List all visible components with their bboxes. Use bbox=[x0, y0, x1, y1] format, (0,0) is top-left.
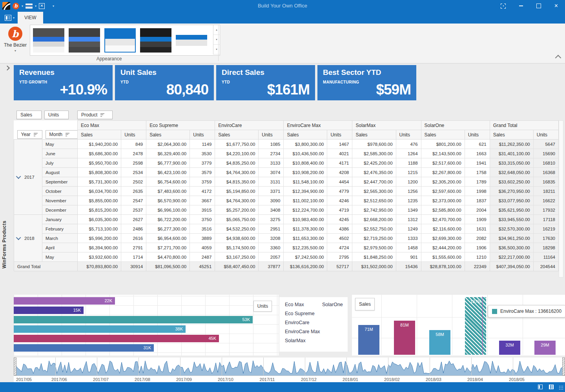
value-cell[interactable]: 1256 bbox=[396, 187, 421, 196]
measure-button-sales[interactable]: Sales bbox=[16, 111, 42, 119]
sub-header[interactable]: Sales bbox=[490, 130, 533, 140]
month-cell[interactable]: October bbox=[42, 187, 78, 196]
sub-header[interactable]: Sales bbox=[352, 130, 396, 140]
value-cell[interactable]: $11,548,100.00 bbox=[284, 177, 327, 187]
value-cell[interactable]: 4724 bbox=[327, 243, 352, 252]
kpi-card-unit-sales[interactable]: Unit Sales YTD 80,840 bbox=[115, 65, 214, 100]
value-cell[interactable]: $5,808,300.00 bbox=[78, 168, 121, 177]
value-cell[interactable]: 621 bbox=[465, 140, 490, 149]
sales-bar-solarone[interactable]: 29M bbox=[534, 341, 556, 355]
value-cell[interactable]: $5,065,750.00 bbox=[215, 215, 259, 224]
value-cell[interactable]: 3667 bbox=[190, 196, 215, 205]
value-cell[interactable]: $1,677,750.00 bbox=[215, 140, 259, 149]
total-value-cell[interactable]: 37877 bbox=[259, 262, 284, 271]
value-cell[interactable]: $2,668,200.00 bbox=[352, 215, 396, 224]
value-cell[interactable]: $4,764,300.00 bbox=[215, 168, 259, 177]
value-cell[interactable]: $4,220,100.00 bbox=[215, 149, 259, 158]
value-cell[interactable]: 18298 bbox=[533, 243, 558, 252]
total-value-cell[interactable]: $136,616,200.00 bbox=[284, 262, 327, 271]
value-cell[interactable]: 1215 bbox=[396, 168, 421, 177]
dock-tab-winforms-products[interactable]: WinForms Products bbox=[2, 198, 7, 269]
sub-header[interactable]: Sales bbox=[421, 130, 465, 140]
sub-header[interactable]: Units bbox=[121, 130, 146, 140]
total-value-cell[interactable]: $407,394,050.00 bbox=[490, 262, 533, 271]
value-cell[interactable]: 17118 bbox=[533, 215, 558, 224]
value-cell[interactable]: 1349 bbox=[396, 205, 421, 215]
value-cell[interactable]: $2,517,600.00 bbox=[421, 158, 465, 168]
value-cell[interactable]: $2,064,300.00 bbox=[146, 140, 190, 149]
value-cell[interactable]: 2057 bbox=[259, 252, 284, 262]
value-cell[interactable]: $2,565,300.00 bbox=[352, 187, 396, 196]
sub-header[interactable]: Units bbox=[465, 130, 490, 140]
close-button[interactable]: × bbox=[547, 0, 565, 12]
units-bar-envirocare[interactable]: 38K bbox=[14, 325, 186, 333]
value-cell[interactable]: $2,305,200.00 bbox=[421, 177, 465, 187]
window-style-icon[interactable] bbox=[26, 4, 33, 9]
page-layout-button[interactable]: ▾ bbox=[5, 15, 15, 21]
column-group-header[interactable]: Eco Max bbox=[78, 121, 146, 130]
sub-header[interactable]: Units bbox=[533, 130, 558, 140]
value-cell[interactable]: $5,194,850.00 bbox=[215, 187, 259, 196]
year-cell[interactable]: 2017 bbox=[14, 140, 42, 215]
value-cell[interactable]: 3915 bbox=[190, 205, 215, 215]
value-cell[interactable]: $6,034,700.00 bbox=[78, 187, 121, 196]
value-cell[interactable]: $33,077,950.00 bbox=[490, 196, 533, 205]
value-cell[interactable]: $4,938,600.00 bbox=[215, 234, 259, 243]
value-cell[interactable]: $6,754,600.00 bbox=[146, 177, 190, 187]
value-cell[interactable]: 2635 bbox=[121, 187, 146, 196]
range-handle-left[interactable] bbox=[14, 358, 16, 376]
sales-bar-eco-max[interactable]: 71M bbox=[358, 325, 379, 355]
value-cell[interactable]: 476 bbox=[396, 140, 421, 149]
value-cell[interactable]: $5,815,200.00 bbox=[78, 205, 121, 215]
value-cell[interactable]: 4059 bbox=[190, 243, 215, 252]
total-value-cell[interactable]: 30914 bbox=[121, 262, 146, 271]
value-cell[interactable]: $5,996,200.00 bbox=[78, 234, 121, 243]
column-group-header[interactable]: SolarOne bbox=[421, 121, 490, 130]
units-chart-series-button[interactable]: Units bbox=[253, 301, 272, 312]
kpi-card-direct-sales[interactable]: Direct Sales YTD $161M bbox=[216, 65, 315, 100]
column-group-header[interactable]: EnviroCare Max bbox=[284, 121, 352, 130]
value-cell[interactable]: 15690 bbox=[533, 149, 558, 158]
value-cell[interactable]: 2534 bbox=[121, 168, 146, 177]
value-cell[interactable]: 16368 bbox=[533, 168, 558, 177]
value-cell[interactable]: $5,257,200.00 bbox=[215, 205, 259, 215]
value-cell[interactable]: $5,950,700.00 bbox=[78, 158, 121, 168]
value-cell[interactable]: 3360 bbox=[259, 243, 284, 252]
value-cell[interactable]: $11,262,350.00 bbox=[490, 140, 533, 149]
value-cell[interactable]: 1458 bbox=[396, 243, 421, 252]
value-cell[interactable]: $2,597,600.00 bbox=[421, 187, 465, 196]
value-cell[interactable]: 1333 bbox=[396, 234, 421, 243]
value-cell[interactable]: 4172 bbox=[190, 187, 215, 196]
value-cell[interactable]: 3750 bbox=[190, 215, 215, 224]
value-cell[interactable]: 4502 bbox=[327, 234, 352, 243]
value-cell[interactable]: $33,315,050.00 bbox=[490, 158, 533, 168]
value-cell[interactable]: 2487 bbox=[190, 252, 215, 262]
theme-thumbnail-theme-gray-blue[interactable] bbox=[69, 28, 100, 53]
value-cell[interactable]: 3371 bbox=[259, 187, 284, 196]
column-group-header[interactable]: EnviroCare bbox=[215, 121, 284, 130]
value-cell[interactable]: 2486 bbox=[121, 224, 146, 234]
value-cell[interactable]: 4246 bbox=[327, 196, 352, 205]
value-cell[interactable]: 3779 bbox=[190, 158, 215, 168]
value-cell[interactable]: 901 bbox=[396, 252, 421, 262]
focus-mode-button[interactable] bbox=[494, 0, 512, 12]
total-value-cell[interactable]: 45251 bbox=[190, 262, 215, 271]
value-cell[interactable]: $7,271,700.00 bbox=[146, 243, 190, 252]
value-cell[interactable]: $11,653,300.00 bbox=[284, 234, 327, 243]
value-cell[interactable]: 1264 bbox=[396, 149, 421, 158]
theme-thumbnail-theme-bezier-blue[interactable] bbox=[104, 28, 136, 53]
sales-bar-envirocare[interactable]: 58M bbox=[429, 330, 450, 355]
value-cell[interactable]: 16219 bbox=[533, 224, 558, 234]
chevron-down-icon[interactable]: ▾ bbox=[35, 4, 36, 8]
value-cell[interactable]: $11,378,300.00 bbox=[284, 224, 327, 234]
value-cell[interactable]: 1210 bbox=[465, 252, 490, 262]
value-cell[interactable]: 1758 bbox=[465, 168, 490, 177]
value-cell[interactable]: 1188 bbox=[396, 158, 421, 168]
dock-expand-arrow-icon[interactable] bbox=[5, 65, 10, 71]
value-cell[interactable]: $6,277,300.00 bbox=[146, 224, 190, 234]
gallery-dropdown-button[interactable]: ▼ bbox=[213, 45, 220, 54]
value-cell[interactable]: 1941 bbox=[465, 158, 490, 168]
total-value-cell[interactable]: $28,878,100.00 bbox=[421, 262, 465, 271]
range-control-timeline[interactable]: 2017/052017/062017/072017/082017/092017/… bbox=[14, 358, 565, 382]
value-cell[interactable]: 4245 bbox=[327, 215, 352, 224]
